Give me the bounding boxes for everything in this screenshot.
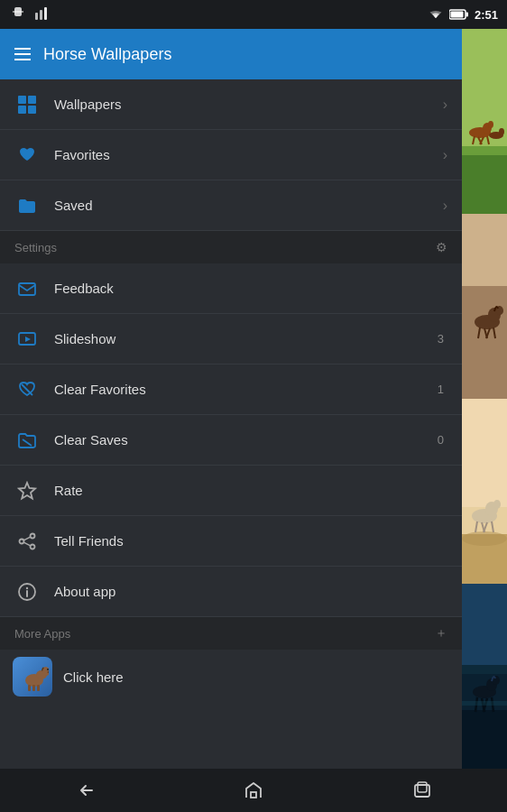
svg-rect-1	[13, 11, 23, 13]
tell-friends-label: Tell Friends	[54, 533, 447, 549]
menu-item-wallpapers[interactable]: Wallpapers ›	[0, 79, 462, 130]
favorites-label: Favorites	[54, 147, 443, 162]
svg-point-62	[493, 500, 501, 509]
main-container: Horse Wallpapers Wallpapers ›	[0, 29, 507, 769]
sidebar: Horse Wallpapers Wallpapers ›	[0, 29, 462, 769]
svg-point-32	[47, 669, 49, 670]
horse-icon	[16, 660, 49, 693]
settings-section-header: Settings ⚙	[0, 231, 462, 263]
svg-rect-8	[18, 96, 26, 104]
svg-rect-82	[418, 782, 427, 792]
svg-rect-3	[40, 10, 42, 20]
svg-rect-31	[37, 685, 40, 691]
clear-favorites-count: 1	[438, 383, 444, 396]
svg-rect-4	[44, 7, 47, 20]
menu-item-saved[interactable]: Saved ›	[0, 180, 462, 231]
wifi-icon	[428, 8, 444, 21]
status-bar-right: 2:51	[428, 8, 498, 22]
feedback-label: Feedback	[54, 281, 447, 296]
status-icon-2	[32, 5, 51, 23]
wallpapers-label: Wallpapers	[54, 97, 443, 112]
grid-icon	[14, 92, 40, 117]
wallpapers-chevron: ›	[443, 97, 447, 113]
back-button[interactable]	[58, 772, 112, 808]
svg-rect-29	[28, 685, 31, 691]
notification-icon	[9, 5, 27, 23]
menu-item-favorites[interactable]: Favorites ›	[0, 130, 462, 180]
recent-icon	[411, 780, 433, 801]
app-title: Horse Wallpapers	[43, 45, 171, 64]
share-icon	[14, 529, 40, 554]
svg-rect-68	[462, 584, 507, 665]
clear-heart-icon	[14, 377, 40, 402]
slideshow-icon	[14, 327, 40, 352]
saved-chevron: ›	[443, 198, 447, 214]
recent-button[interactable]	[395, 772, 449, 808]
svg-rect-78	[462, 701, 507, 706]
menu-item-rate[interactable]: Rate	[0, 466, 462, 516]
menu-item-tell-friends[interactable]: Tell Friends	[0, 516, 462, 567]
svg-rect-70	[462, 710, 507, 769]
status-time: 2:51	[475, 8, 498, 22]
more-apps-label: More Apps	[14, 627, 70, 641]
svg-rect-48	[462, 286, 507, 399]
menu-item-clear-favorites[interactable]: Clear Favorites 1	[0, 364, 462, 415]
svg-point-39	[488, 121, 493, 128]
thumbnails-panel	[462, 29, 507, 769]
svg-rect-2	[35, 13, 38, 20]
svg-point-45	[499, 128, 504, 135]
saved-label: Saved	[54, 198, 443, 213]
star-icon	[14, 478, 40, 503]
heart-icon	[14, 143, 40, 168]
favorites-chevron: ›	[443, 147, 447, 163]
back-icon	[74, 780, 96, 801]
app-header: Horse Wallpapers	[0, 29, 462, 79]
svg-rect-30	[32, 685, 35, 691]
more-apps-section-header: More Apps ＋	[0, 617, 462, 650]
svg-point-19	[20, 539, 24, 543]
menu-item-feedback[interactable]: Feedback	[0, 263, 462, 314]
svg-rect-12	[19, 283, 35, 295]
hamburger-icon[interactable]	[14, 48, 31, 60]
status-bar: 2:51	[0, 0, 507, 29]
plus-icon: ＋	[435, 625, 447, 641]
svg-point-20	[31, 544, 35, 549]
thumbnail-1[interactable]	[462, 29, 507, 214]
clear-favorites-label: Clear Favorites	[54, 382, 438, 397]
svg-rect-9	[28, 96, 36, 104]
horse-app-icon	[13, 657, 52, 697]
menu-item-about[interactable]: About app	[0, 567, 462, 617]
svg-rect-10	[18, 106, 26, 114]
home-icon	[243, 780, 264, 801]
clear-folder-icon	[14, 428, 40, 453]
slideshow-label: Slideshow	[54, 331, 438, 346]
svg-line-21	[23, 537, 30, 540]
svg-rect-11	[28, 106, 36, 114]
nav-bar	[0, 769, 507, 812]
clear-saves-count: 0	[438, 433, 444, 447]
menu-item-slideshow[interactable]: Slideshow 3	[0, 314, 462, 364]
svg-point-59	[462, 531, 507, 546]
thumbnail-3[interactable]	[462, 399, 507, 584]
svg-point-25	[26, 586, 28, 588]
thumbnail-2[interactable]	[462, 214, 507, 399]
settings-label: Settings	[14, 241, 57, 254]
clear-saves-label: Clear Saves	[54, 432, 438, 448]
rate-label: Rate	[54, 483, 447, 498]
svg-rect-6	[466, 13, 468, 17]
svg-rect-35	[462, 155, 507, 214]
svg-rect-7	[450, 12, 463, 18]
svg-rect-57	[462, 399, 507, 507]
more-apps-item[interactable]: Click here	[0, 650, 462, 704]
about-label: About app	[54, 584, 447, 599]
gear-icon: ⚙	[436, 240, 447, 254]
envelope-icon	[14, 276, 40, 301]
status-bar-left	[9, 5, 51, 23]
thumbnail-4[interactable]	[462, 584, 507, 769]
info-icon	[14, 579, 40, 604]
menu-item-clear-saves[interactable]: Clear Saves 0	[0, 415, 462, 466]
home-button[interactable]	[226, 772, 281, 808]
click-here-label: Click here	[63, 669, 124, 685]
svg-rect-80	[251, 792, 256, 798]
svg-marker-17	[19, 483, 35, 499]
